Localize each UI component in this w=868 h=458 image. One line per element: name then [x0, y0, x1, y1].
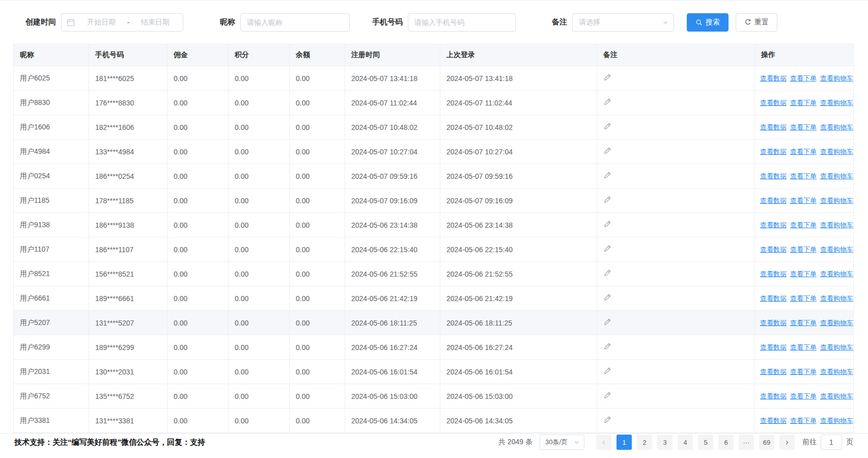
nickname-cell: 用户6661: [14, 286, 89, 311]
view-data-link[interactable]: 查看数据: [760, 392, 787, 400]
view-orders-link[interactable]: 查看下单: [790, 417, 817, 424]
phone-input[interactable]: [408, 13, 516, 32]
view-cart-link[interactable]: 查看购物车: [820, 172, 853, 180]
view-cart-link[interactable]: 查看购物车: [820, 343, 853, 351]
last-login-cell: 2024-05-07 10:27:04: [440, 140, 597, 164]
actions-cell: 查看数据查看下单查看购物车: [755, 286, 854, 311]
view-data-link[interactable]: 查看数据: [760, 74, 787, 82]
view-cart-link[interactable]: 查看购物车: [820, 123, 853, 131]
edit-remark-icon[interactable]: [603, 196, 611, 204]
page-button-4[interactable]: 4: [678, 435, 693, 450]
view-orders-link[interactable]: 查看下单: [790, 246, 817, 253]
pagination-pages: 123456: [614, 435, 736, 450]
page-button-last[interactable]: 69: [759, 435, 774, 450]
chevron-down-icon: [574, 439, 580, 445]
end-date-input[interactable]: 结束日期: [132, 18, 178, 27]
view-data-link[interactable]: 查看数据: [760, 148, 787, 155]
prev-page-button[interactable]: ‹: [596, 435, 611, 450]
edit-remark-icon[interactable]: [603, 416, 611, 424]
remark-cell: [597, 262, 755, 286]
search-button[interactable]: 搜索: [687, 13, 729, 32]
table-row: 用户6661 189****6661 0.00 0.00 0.00 2024-0…: [14, 286, 854, 311]
view-cart-link[interactable]: 查看购物车: [820, 368, 853, 375]
edit-remark-icon[interactable]: [603, 220, 611, 228]
view-data-link[interactable]: 查看数据: [760, 99, 787, 106]
view-data-link[interactable]: 查看数据: [760, 246, 787, 253]
edit-remark-icon[interactable]: [603, 269, 611, 277]
edit-remark-icon[interactable]: [603, 367, 611, 375]
view-orders-link[interactable]: 查看下单: [790, 197, 817, 204]
col-header-last-login: 上次登录: [440, 44, 597, 66]
commission-cell: 0.00: [167, 237, 229, 262]
view-orders-link[interactable]: 查看下单: [790, 343, 817, 351]
page-size-select[interactable]: 30条/页: [540, 435, 584, 450]
view-orders-link[interactable]: 查看下单: [790, 123, 817, 131]
page-button-2[interactable]: 2: [637, 435, 652, 450]
view-orders-link[interactable]: 查看下单: [790, 221, 817, 229]
phone-cell: 176****8830: [89, 91, 167, 115]
view-cart-link[interactable]: 查看购物车: [820, 197, 853, 204]
edit-remark-icon[interactable]: [603, 98, 611, 106]
view-data-link[interactable]: 查看数据: [760, 172, 787, 180]
view-data-link[interactable]: 查看数据: [760, 221, 787, 229]
more-pages-button[interactable]: ···: [739, 435, 754, 450]
edit-remark-icon[interactable]: [603, 391, 611, 399]
col-header-register-time: 注册时间: [345, 44, 440, 66]
remark-select[interactable]: 请选择: [572, 13, 674, 32]
points-cell: 0.00: [229, 409, 290, 433]
edit-remark-icon[interactable]: [603, 342, 611, 351]
edit-remark-icon[interactable]: [603, 318, 611, 326]
view-orders-link[interactable]: 查看下单: [790, 74, 817, 82]
remark-cell: [597, 91, 755, 115]
start-date-input[interactable]: 开始日期: [79, 18, 124, 27]
view-orders-link[interactable]: 查看下单: [790, 172, 817, 180]
edit-remark-icon[interactable]: [603, 293, 611, 302]
nickname-input[interactable]: [240, 13, 350, 32]
view-cart-link[interactable]: 查看购物车: [820, 221, 853, 229]
view-cart-link[interactable]: 查看购物车: [820, 294, 853, 302]
view-orders-link[interactable]: 查看下单: [790, 99, 817, 106]
edit-remark-icon[interactable]: [603, 245, 611, 253]
view-orders-link[interactable]: 查看下单: [790, 319, 817, 327]
page-button-3[interactable]: 3: [657, 435, 673, 450]
page-button-6[interactable]: 6: [718, 435, 734, 450]
reset-button[interactable]: 重置: [736, 13, 777, 32]
view-data-link[interactable]: 查看数据: [760, 343, 787, 351]
view-cart-link[interactable]: 查看购物车: [820, 99, 853, 106]
view-orders-link[interactable]: 查看下单: [790, 368, 817, 375]
edit-remark-icon[interactable]: [603, 122, 611, 130]
view-data-link[interactable]: 查看数据: [760, 270, 787, 278]
view-orders-link[interactable]: 查看下单: [790, 392, 817, 400]
points-cell: 0.00: [229, 91, 290, 115]
page-button-1[interactable]: 1: [617, 435, 632, 450]
view-data-link[interactable]: 查看数据: [760, 123, 787, 131]
view-cart-link[interactable]: 查看购物车: [820, 74, 853, 82]
view-orders-link[interactable]: 查看下单: [790, 294, 817, 302]
edit-remark-icon[interactable]: [603, 171, 611, 179]
page-button-5[interactable]: 5: [698, 435, 713, 450]
view-cart-link[interactable]: 查看购物车: [820, 319, 853, 327]
points-cell: 0.00: [229, 66, 290, 91]
view-data-link[interactable]: 查看数据: [760, 417, 787, 424]
view-cart-link[interactable]: 查看购物车: [820, 148, 853, 155]
view-orders-link[interactable]: 查看下单: [790, 148, 817, 155]
balance-cell: 0.00: [290, 188, 345, 213]
remark-cell: [597, 360, 755, 384]
view-cart-link[interactable]: 查看购物车: [820, 246, 853, 253]
goto-page-input[interactable]: [821, 435, 842, 450]
view-cart-link[interactable]: 查看购物车: [820, 270, 853, 278]
create-time-range-picker[interactable]: 开始日期 - 结束日期: [61, 13, 183, 32]
edit-remark-icon[interactable]: [603, 73, 611, 82]
view-orders-link[interactable]: 查看下单: [790, 270, 817, 278]
edit-remark-icon[interactable]: [603, 147, 611, 155]
view-data-link[interactable]: 查看数据: [760, 368, 787, 375]
balance-cell: 0.00: [290, 66, 345, 91]
remark-select-placeholder: 请选择: [579, 18, 600, 27]
view-data-link[interactable]: 查看数据: [760, 197, 787, 204]
view-data-link[interactable]: 查看数据: [760, 319, 787, 327]
next-page-button[interactable]: ›: [779, 435, 795, 450]
view-cart-link[interactable]: 查看购物车: [820, 392, 853, 400]
view-cart-link[interactable]: 查看购物车: [820, 417, 853, 424]
table-row: 用户6299 189****6299 0.00 0.00 0.00 2024-0…: [14, 335, 854, 360]
view-data-link[interactable]: 查看数据: [760, 294, 787, 302]
